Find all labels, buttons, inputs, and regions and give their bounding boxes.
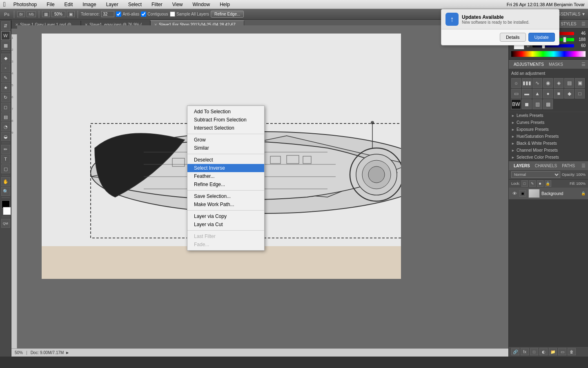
zoom-level[interactable]: 50% [15,350,23,355]
ctx-layer-via-cut[interactable]: Layer via Cut [187,220,264,229]
menu-image[interactable]: Image [80,1,98,8]
ctx-layer-via-copy[interactable]: Layer via Copy [187,212,264,220]
forward-arrow[interactable]: ► [65,350,69,355]
menu-file[interactable]: File [45,1,56,8]
fill-value[interactable]: 100% [576,182,586,186]
adj-black-white-icon[interactable]: BW [511,99,521,109]
lock-transparency-icon[interactable]: □ [521,180,528,187]
adjustment-layer-btn[interactable]: ◐ [539,348,548,355]
adj-levels-icon[interactable]: ▮▮▮ [522,78,532,88]
anti-alias-check[interactable]: Anti-alias [116,11,139,17]
adj-menu-icon[interactable]: ☰ [581,62,586,67]
opacity-value[interactable]: 100% [576,173,586,177]
preset-exposure[interactable]: ► Exposure Presets [509,126,588,133]
ctx-similar[interactable]: Similar [187,144,264,152]
group-layers-btn[interactable]: 📁 [549,348,557,355]
image-layout-btn[interactable]: ▦ [42,11,50,17]
selection-tool[interactable]: ⇵ [1,21,10,30]
menu-window[interactable]: Window [190,1,212,8]
adj-invert-icon[interactable]: ▭ [511,89,521,99]
crop-tool[interactable]: ▦ [1,41,10,50]
zoom-display[interactable]: 50% [51,11,65,17]
panel-menu-icon[interactable]: ☰ [581,21,586,27]
adj-selective-color-icon[interactable]: ● [543,89,553,99]
delete-layer-btn[interactable]: 🗑 [568,348,576,355]
dodge-tool[interactable]: ◒ [1,132,10,141]
menu-photoshop[interactable]: Photoshop [11,1,39,8]
preset-selective-color[interactable]: ► Selective Color Presets [509,154,588,161]
layers-menu-icon[interactable]: ☰ [581,163,586,168]
adj-gradient-map-icon[interactable]: ■ [554,89,564,99]
healing-tool[interactable]: ▫ [1,63,10,72]
preset-bw[interactable]: ► Black & White Presets [509,140,588,147]
ctx-intersect-selection[interactable]: Intersect Selection [187,124,264,132]
new-layer-btn[interactable]: ▭ [558,348,566,355]
tolerance-input[interactable] [101,11,114,17]
history-brush-tool[interactable]: ↻ [1,93,10,102]
ctx-subtract-from-selection[interactable]: Subtract From Selection [187,116,264,124]
refine-edge-btn[interactable]: Refine Edge... [211,11,244,18]
brush-tool[interactable]: ✎ [1,73,10,82]
quick-mask-btn[interactable]: QM [1,219,10,228]
details-button[interactable]: Details [500,33,526,42]
color-spectrum[interactable] [511,51,586,57]
menu-view[interactable]: View [170,1,185,8]
adj-channel-mixer-icon[interactable]: □ [575,89,585,99]
menu-layer[interactable]: Layer [104,1,120,8]
clone-tool[interactable]: ★ [1,83,10,92]
gradient-tool[interactable]: ▤ [1,112,10,121]
ctx-refine-edge[interactable]: Refine Edge... [187,180,264,188]
menu-edit[interactable]: Edit [62,1,75,8]
bridge-btn[interactable]: Br [17,11,25,17]
adj-vibrance-icon[interactable]: ◈ [554,78,564,88]
preset-hue[interactable]: ► Hue/Saturation Presets [509,133,588,140]
adj-posterize-icon[interactable]: ▬ [522,89,532,99]
sample-all-check[interactable]: Sample All Layers [170,11,209,17]
menu-filter[interactable]: Filter [149,1,165,8]
lock-image-icon[interactable]: ✎ [529,180,536,187]
zoom-tool[interactable]: 🔍 [1,187,10,196]
ctx-make-work-path[interactable]: Make Work Path... [187,200,264,209]
contiguous-check[interactable]: Contiguous [141,11,168,17]
apple-menu[interactable]:  [3,1,6,8]
eyedropper-tool[interactable]: ◆ [1,54,10,63]
tab-layers[interactable]: LAYERS [511,163,532,169]
preset-curves[interactable]: ► Curves Presets [509,119,588,126]
hand-tool[interactable]: ✋ [1,177,10,186]
ctx-feather[interactable]: Feather... [187,172,264,180]
ctx-grow[interactable]: Grow [187,136,264,144]
pen-tool[interactable]: ✏ [1,145,10,154]
ctx-deselect[interactable]: Deselect [187,156,264,164]
adj-gradient-icon[interactable]: ▥ [532,99,542,109]
tab-masks[interactable]: MASKS [546,61,566,67]
menu-select[interactable]: Select [126,1,144,8]
shape-tool[interactable]: ▢ [1,164,10,173]
background-color[interactable] [3,207,11,215]
arrange-btn[interactable]: ▣ [67,11,75,17]
link-layers-btn[interactable]: 🔗 [511,348,519,355]
layer-mask-btn[interactable]: □ [530,348,538,355]
adj-pattern-icon[interactable]: ▩ [543,99,553,109]
blur-tool[interactable]: ◔ [1,122,10,131]
preset-levels[interactable]: ► Levels Presets [509,112,588,119]
ctx-save-selection[interactable]: Save Selection... [187,192,264,200]
lock-all-icon[interactable]: 🔒 [545,180,551,187]
adj-colorbalance-icon[interactable]: ▣ [575,78,585,88]
menu-help[interactable]: Help [218,1,232,8]
tab-styles[interactable]: STYLES [558,21,579,27]
adj-photo-filter-icon[interactable]: ◆ [564,89,574,99]
tab-paths[interactable]: PATHS [559,163,577,169]
adj-threshold-icon[interactable]: ▲ [532,89,542,99]
preset-channel-mixer[interactable]: ► Channel Mixer Presets [509,147,588,154]
essentials-btn[interactable]: ESSENTIALS ▼ [555,12,586,16]
adj-exposure-icon[interactable]: ◉ [543,78,553,88]
adj-curves-icon[interactable]: ∿ [532,78,542,88]
eraser-tool[interactable]: ◻ [1,103,10,112]
mini-bridge-btn[interactable]: Mb [27,11,36,17]
magic-wand-tool[interactable]: W [1,31,10,40]
adj-solid-color-icon[interactable]: ◼ [522,99,532,109]
blend-mode-select[interactable]: Normal [511,171,560,178]
tab-adjustments[interactable]: ADJUSTMENTS [511,61,546,67]
ctx-add-to-selection[interactable]: Add To Selection [187,108,264,116]
lock-position-icon[interactable]: ■ [537,180,543,187]
